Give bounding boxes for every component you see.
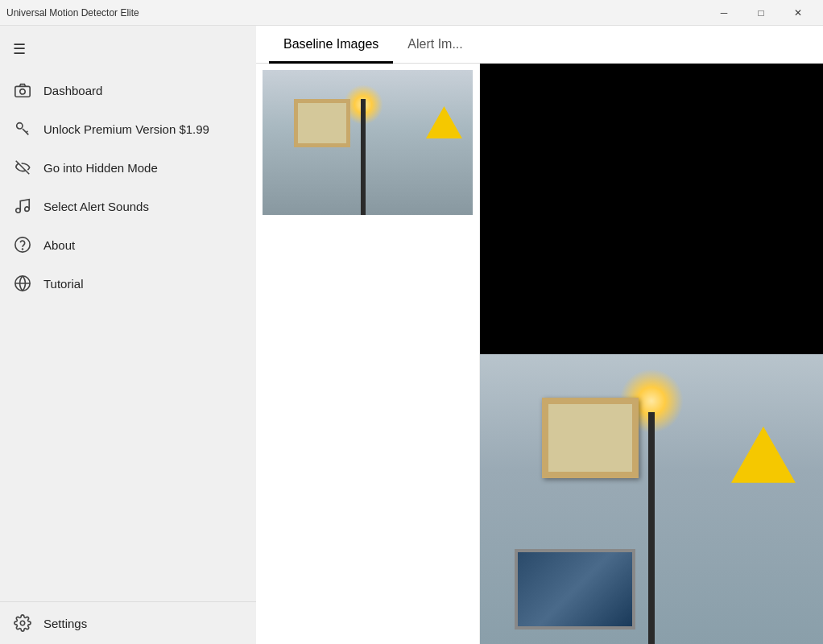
sidebar-unlock-label: Unlock Premium Version $1.99 [43, 122, 209, 136]
caution-sign-small [426, 106, 462, 138]
close-button[interactable]: ✕ [780, 0, 817, 26]
sidebar-tutorial-label: Tutorial [43, 277, 83, 291]
sidebar-item-unlock[interactable]: Unlock Premium Version $1.99 [0, 109, 256, 148]
hidden-icon [13, 158, 32, 177]
sidebar: ☰ Dashboard Unlock Premium Version $1.99 [0, 26, 256, 644]
app-title: Universal Motion Detector Elite [6, 7, 139, 19]
sidebar-about-label: About [43, 238, 75, 252]
picture-frame [542, 398, 639, 478]
sidebar-alert-sounds-label: Select Alert Sounds [43, 200, 149, 213]
camera-feed-live [480, 354, 823, 645]
svg-point-3 [16, 208, 21, 213]
svg-point-1 [20, 89, 25, 94]
hamburger-menu-icon[interactable]: ☰ [0, 32, 256, 71]
sidebar-dashboard-label: Dashboard [43, 84, 102, 97]
music-icon [13, 196, 32, 216]
window-controls: ─ □ ✕ [705, 0, 817, 26]
titlebar: Universal Motion Detector Elite ─ □ ✕ [0, 0, 823, 26]
camera-icon [13, 80, 32, 100]
globe-icon [13, 274, 32, 293]
sidebar-hidden-mode-label: Go into Hidden Mode [43, 161, 158, 175]
main-content: Baseline Images Alert Im... [256, 26, 823, 644]
baseline-image-thumbnail[interactable] [263, 70, 473, 215]
svg-point-2 [17, 123, 23, 129]
sidebar-item-settings[interactable]: Settings [0, 602, 256, 644]
lamp-pole-small [361, 99, 366, 215]
camera-top-black [480, 64, 823, 354]
gear-icon [13, 613, 32, 633]
images-area [256, 64, 823, 644]
tab-bar: Baseline Images Alert Im... [256, 26, 823, 64]
tab-baseline-images[interactable]: Baseline Images [269, 26, 393, 64]
lamp-pole [648, 412, 655, 644]
question-icon [13, 235, 32, 254]
painting [515, 549, 635, 630]
sidebar-settings-label: Settings [43, 617, 87, 630]
maximize-button[interactable]: □ [742, 0, 780, 26]
app-body: ☰ Dashboard Unlock Premium Version $1.99 [0, 26, 823, 644]
sidebar-bottom: Settings [0, 601, 256, 644]
baseline-panel [256, 64, 480, 644]
tab-alert-images[interactable]: Alert Im... [393, 26, 477, 64]
picture-frame-small [294, 99, 350, 147]
camera-panel [480, 64, 823, 644]
svg-point-4 [25, 207, 30, 212]
sidebar-item-hidden-mode[interactable]: Go into Hidden Mode [0, 148, 256, 187]
svg-rect-0 [15, 86, 30, 97]
caution-sign [731, 427, 796, 483]
key-icon [13, 119, 32, 138]
minimize-button[interactable]: ─ [705, 0, 742, 26]
sidebar-item-about[interactable]: About [0, 225, 256, 264]
sidebar-item-tutorial[interactable]: Tutorial [0, 264, 256, 303]
sidebar-item-dashboard[interactable]: Dashboard [0, 71, 256, 109]
sidebar-item-alert-sounds[interactable]: Select Alert Sounds [0, 187, 256, 225]
svg-point-8 [20, 621, 25, 625]
svg-point-6 [23, 249, 23, 250]
